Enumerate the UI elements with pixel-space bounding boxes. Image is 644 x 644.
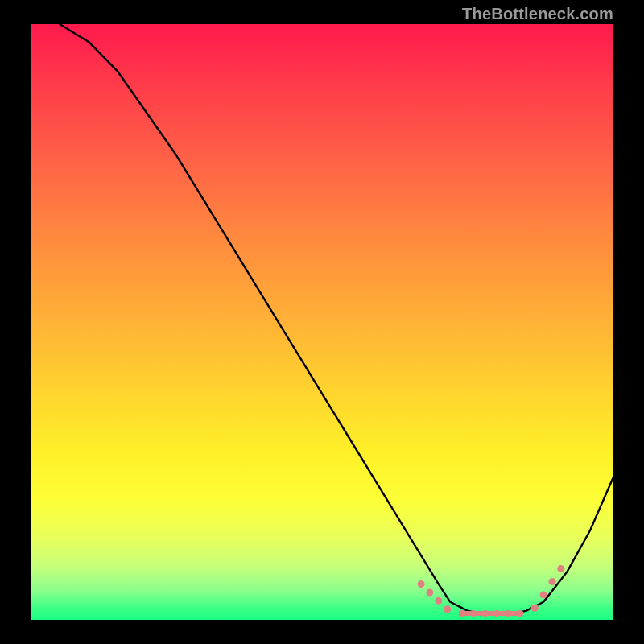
band-marker-dot [549,578,556,585]
band-marker-dot [557,565,564,572]
band-marker-dot [459,610,465,617]
band-marker-dot [506,610,512,617]
band-marker-dot [435,597,442,605]
band-marker-dot [482,610,489,617]
band-marker-dot [517,610,523,617]
chart-overlay-svg [0,0,644,644]
band-marker-dot [470,610,477,617]
band-marker-dot [418,580,425,588]
chart-frame: TheBottleneck.com [0,0,644,644]
band-marker-dot [444,605,451,613]
band-marker-dot [540,591,547,598]
band-marker-dot [426,589,433,597]
bottleneck-curve [60,24,613,614]
band-marker-dot [531,605,539,612]
band-marker-dot [493,610,500,617]
